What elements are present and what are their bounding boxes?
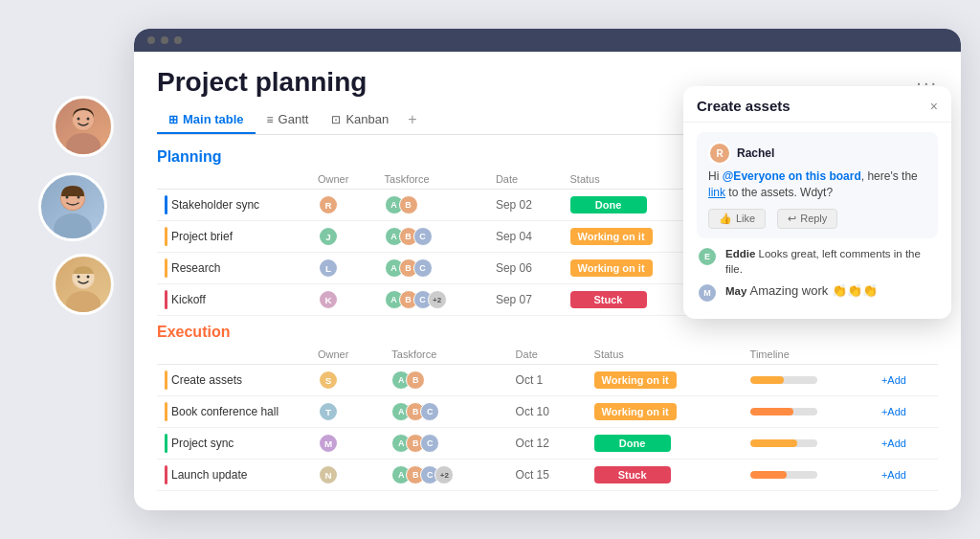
table-row[interactable]: Launch updateNABC+2Oct 15Stuck+Add xyxy=(157,460,938,491)
like-label: Like xyxy=(736,213,755,224)
comment-link[interactable]: link xyxy=(708,186,725,199)
timeline-bar-fill xyxy=(750,408,794,415)
table-row[interactable]: Project syncMABCOct 12Done+Add xyxy=(157,428,938,460)
task-color-bar xyxy=(165,195,167,214)
table-row[interactable]: Book conference hallTABCOct 10Working on… xyxy=(157,396,938,428)
add-cell: +Add xyxy=(874,396,938,428)
add-tab-button[interactable]: + xyxy=(400,105,424,134)
task-name: Launch update xyxy=(171,468,247,482)
add-button[interactable]: +Add xyxy=(881,469,906,481)
owner-avatar: T xyxy=(318,401,376,422)
status-cell: Stuck xyxy=(563,284,703,316)
timeline-bar-wrap xyxy=(750,376,817,384)
avatar-circle: R xyxy=(318,194,339,215)
taskforce-cell: ABC+2 xyxy=(384,460,507,491)
task-name-cell: Stakeholder sync xyxy=(165,195,302,214)
main-comment-block: R Rachel Hi @Everyone on this board, her… xyxy=(697,132,938,238)
popup-header: Create assets × xyxy=(683,86,951,123)
avatar-bot xyxy=(53,254,114,315)
reply-label: Reply xyxy=(800,213,827,224)
svg-point-4 xyxy=(87,118,90,121)
svg-point-3 xyxy=(78,118,80,121)
owner-avatar: M xyxy=(318,433,376,454)
task-color-bar xyxy=(165,258,167,278)
exec-col-timeline: Timeline xyxy=(743,345,874,365)
svg-point-13 xyxy=(78,276,80,279)
owner-cell: J xyxy=(310,221,377,253)
date-cell: Sep 02 xyxy=(488,190,563,221)
owner-cell: R xyxy=(310,190,377,221)
task-color-bar xyxy=(165,227,167,246)
execution-table: Owner Taskforce Date Status Timeline Cre… xyxy=(157,345,938,491)
may-reply-text: May Amazing work 👏👏👏 xyxy=(725,282,878,300)
date-cell: Oct 15 xyxy=(508,460,587,491)
add-button[interactable]: +Add xyxy=(881,374,906,386)
date-cell: Sep 06 xyxy=(488,253,563,284)
taskforce-cell: ABC+2 xyxy=(377,284,488,316)
taskforce-group: AB xyxy=(385,195,480,214)
avatar-circle: T xyxy=(318,401,339,422)
reply-button[interactable]: ↩ Reply xyxy=(777,209,837,229)
popup-body: R Rachel Hi @Everyone on this board, her… xyxy=(683,123,951,319)
owner-cell: T xyxy=(310,396,384,428)
execution-table-header: Owner Taskforce Date Status Timeline xyxy=(157,345,938,365)
col-date: Date xyxy=(488,169,563,190)
main-card: Project planning ··· ⊞ Main table ≡ Gant… xyxy=(134,29,961,510)
date-cell: Sep 04 xyxy=(488,221,563,253)
status-cell: Working on it xyxy=(563,253,703,284)
eddie-reply-text: Eddie Looks great, left comments in the … xyxy=(725,246,938,277)
timeline-cell xyxy=(743,460,874,491)
date-cell: Oct 10 xyxy=(508,396,587,428)
owner-avatar: R xyxy=(318,194,369,215)
may-name: May xyxy=(725,285,746,297)
tab-main-table[interactable]: ⊞ Main table xyxy=(157,106,256,134)
avatar-circle: M xyxy=(318,433,339,454)
status-cell: Done xyxy=(563,190,703,221)
task-name: Kickoff xyxy=(171,293,206,306)
status-cell: Stuck xyxy=(587,460,743,491)
taskforce-group: ABC xyxy=(385,227,480,246)
exec-col-dep xyxy=(874,345,938,365)
owner-cell: S xyxy=(310,365,384,396)
add-cell: +Add xyxy=(874,428,938,460)
col-taskforce: Taskforce xyxy=(377,169,488,190)
titlebar-dot-2 xyxy=(161,36,168,44)
comment-author: R Rachel xyxy=(708,142,926,165)
avatar-top xyxy=(53,96,114,157)
tab-main-table-label: Main table xyxy=(183,112,244,126)
status-badge: Working on it xyxy=(594,371,677,389)
like-button[interactable]: 👍 Like xyxy=(708,209,766,229)
popup-title: Create assets xyxy=(697,98,791,114)
task-name: Create assets xyxy=(171,373,242,387)
table-row[interactable]: Create assetsSABOct 1Working on it+Add xyxy=(157,365,938,396)
owner-avatar: S xyxy=(318,370,376,391)
timeline-bar-fill xyxy=(750,439,797,447)
owner-cell: L xyxy=(310,253,377,284)
page-title: Project planning xyxy=(157,67,367,98)
task-color-bar xyxy=(165,434,167,453)
add-button[interactable]: +Add xyxy=(881,406,906,417)
popup-close-button[interactable]: × xyxy=(930,99,938,114)
col-status: Status xyxy=(563,169,703,190)
status-cell: Done xyxy=(587,428,743,460)
taskforce-group: ABC xyxy=(391,402,500,421)
exec-col-status: Status xyxy=(587,345,743,365)
add-button[interactable]: +Add xyxy=(881,438,906,449)
tab-kanban[interactable]: ⊡ Kanban xyxy=(320,106,400,134)
task-color-bar xyxy=(165,371,167,390)
status-cell: Working on it xyxy=(563,221,703,253)
avatar-circle: N xyxy=(318,464,339,485)
add-cell: +Add xyxy=(874,460,938,491)
tab-gantt[interactable]: ≡ Gantt xyxy=(256,106,321,134)
avatar-circle: B xyxy=(406,371,425,390)
status-badge: Working on it xyxy=(594,403,677,420)
task-name-cell: Research xyxy=(165,258,302,278)
exec-col-owner: Owner xyxy=(310,345,384,365)
add-cell: +Add xyxy=(874,365,938,396)
task-name: Research xyxy=(171,261,220,275)
task-color-bar xyxy=(165,465,167,484)
taskforce-cell: AB xyxy=(377,190,488,221)
owner-cell: M xyxy=(310,428,384,460)
svg-point-1 xyxy=(66,133,100,154)
titlebar-dot-3 xyxy=(174,36,182,44)
